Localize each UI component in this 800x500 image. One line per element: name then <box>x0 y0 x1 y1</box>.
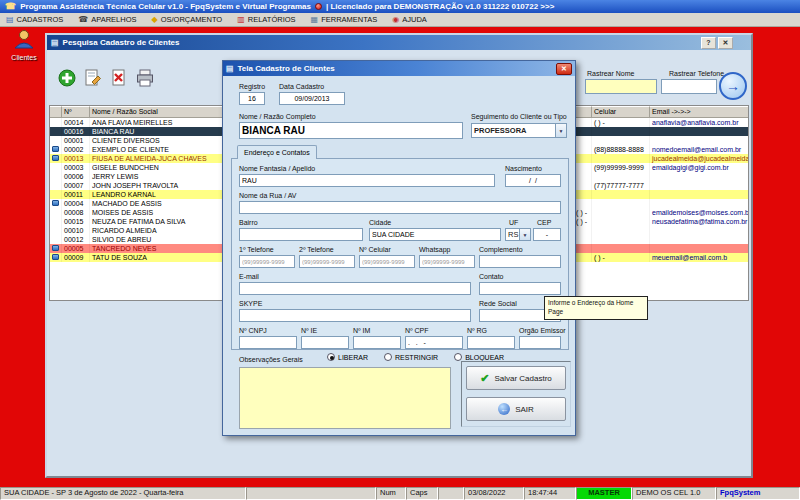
window-close-button[interactable]: ✕ <box>718 37 733 49</box>
radio-circle-icon <box>327 353 335 361</box>
seguimento-select[interactable]: PROFESSORA ▼ <box>471 123 567 138</box>
row-num: 00004 <box>62 199 90 208</box>
menu-cadastros[interactable]: ▤CADASTROS <box>6 15 63 24</box>
rastrear-telefone-input[interactable] <box>661 79 717 94</box>
rua-field[interactable] <box>239 201 561 214</box>
dialog-close-button[interactable]: ✕ <box>556 63 572 75</box>
row-celular <box>592 244 650 253</box>
uf-select[interactable]: RS ▼ <box>505 228 531 241</box>
row-icon-cell <box>50 190 62 199</box>
menu-relat-rios[interactable]: ▥RELATÓRIOS <box>237 15 295 24</box>
column-header[interactable]: Celular <box>592 106 650 118</box>
desktop-shortcut-clientes[interactable]: Clientes <box>4 28 44 61</box>
cadastros-icon: ▤ <box>6 16 14 24</box>
row-email <box>650 190 749 199</box>
celular-field[interactable] <box>359 255 415 268</box>
client-row-icon <box>52 254 59 260</box>
telefone2-field[interactable] <box>299 255 355 268</box>
observacoes-field[interactable] <box>239 367 451 429</box>
status-ins <box>438 487 464 500</box>
salvar-button[interactable]: ✔ Salvar Cadastro <box>466 366 566 390</box>
radio-liberar[interactable]: LIBERAR <box>327 353 368 361</box>
cidade-field[interactable] <box>369 228 501 241</box>
radio-bloquear[interactable]: BLOQUEAR <box>454 353 504 361</box>
cep-field[interactable] <box>533 228 561 241</box>
row-num: 00002 <box>62 145 90 154</box>
delete-record-button[interactable] <box>109 68 129 88</box>
window-help-button[interactable]: ? <box>701 37 716 49</box>
bairro-field[interactable] <box>239 228 363 241</box>
app-titlebar: ☎ Programa Assistência Técnica Celular v… <box>0 0 800 13</box>
row-icon-cell <box>50 199 62 208</box>
ie-label: Nº IE <box>301 327 317 334</box>
window-titlebar: ▤ Pesquisa Cadastro de Clientes ? ✕ <box>47 35 751 50</box>
contato-field[interactable] <box>479 282 561 295</box>
menubar: ▤CADASTROS☎APARELHOS◆OS/ORÇAMENTO▥RELATÓ… <box>0 13 800 27</box>
row-icon-cell <box>50 181 62 190</box>
ie-field[interactable] <box>301 336 349 349</box>
ajuda-icon: ◉ <box>392 16 399 24</box>
menu-ferramentas[interactable]: ▦FERRAMENTAS <box>311 15 378 24</box>
nascimento-field[interactable] <box>505 174 561 187</box>
radio-restringir[interactable]: RESTRINGIR <box>384 353 438 361</box>
chevron-down-icon: ▼ <box>555 124 566 137</box>
go-button[interactable]: → <box>719 72 747 100</box>
relatorios-icon: ▥ <box>237 16 245 24</box>
print-button[interactable] <box>135 68 155 88</box>
row-email <box>650 235 749 244</box>
rg-field[interactable] <box>467 336 515 349</box>
license-text: | Licenciado para DEMONSTRAÇÃO v1.0 3112… <box>326 2 554 11</box>
app-title: Programa Assistência Técnica Celular v1.… <box>20 2 311 11</box>
status-date: 03/08/2022 <box>464 487 524 500</box>
rastrear-nome-label: Rastrear Nome <box>587 70 634 77</box>
cpf-field[interactable] <box>405 336 463 349</box>
registro-field[interactable] <box>239 92 265 105</box>
column-header[interactable]: Email ->->-> <box>650 106 749 118</box>
row-num: 00013 <box>62 154 90 163</box>
skype-field[interactable] <box>239 309 471 322</box>
registro-label: Registro <box>239 83 265 90</box>
menu-ajuda[interactable]: ◉AJUDA <box>392 15 427 24</box>
row-num: 00010 <box>62 226 90 235</box>
column-header[interactable]: Nº <box>62 106 90 118</box>
uf-label: UF <box>509 219 518 226</box>
nome-completo-label: Nome / Razão Completo <box>239 113 316 120</box>
cnpj-label: Nº CNPJ <box>239 327 267 334</box>
nome-completo-field[interactable] <box>239 122 463 139</box>
row-icon-cell <box>50 127 62 136</box>
add-record-button[interactable] <box>57 68 77 88</box>
menu-os-or-amento[interactable]: ◆OS/ORÇAMENTO <box>152 15 223 24</box>
rastrear-nome-input[interactable] <box>585 79 657 94</box>
menu-label: RELATÓRIOS <box>248 15 296 24</box>
check-icon: ✔ <box>480 372 489 385</box>
row-celular <box>592 127 650 136</box>
row-email <box>650 172 749 181</box>
row-email: nomedoemail@email.com.br <box>650 145 749 154</box>
row-celular <box>592 208 650 217</box>
row-icon-cell <box>50 154 62 163</box>
orgao-emissor-field[interactable] <box>519 336 561 349</box>
row-num: 00015 <box>62 217 90 226</box>
menu-label: CADASTROS <box>17 15 64 24</box>
window-title: Pesquisa Cadastro de Clientes <box>63 38 697 47</box>
edit-record-button[interactable] <box>83 68 103 88</box>
im-field[interactable] <box>353 336 401 349</box>
row-celular <box>592 136 650 145</box>
complemento-field[interactable] <box>479 255 561 268</box>
nome-fantasia-field[interactable] <box>239 174 495 187</box>
row-email: jucadealmeida@jucadealmeida.com.b <box>650 154 749 163</box>
rua-label: Nome da Rua / AV <box>239 192 296 199</box>
cnpj-field[interactable] <box>239 336 297 349</box>
column-header[interactable] <box>50 106 62 118</box>
row-email <box>650 127 749 136</box>
sair-button[interactable]: ← SAIR <box>466 397 566 421</box>
celular-label: Nº Celular <box>359 246 391 253</box>
menu-aparelhos[interactable]: ☎APARELHOS <box>78 15 136 24</box>
email-field[interactable] <box>239 282 471 295</box>
tab-endereco-contatos[interactable]: Endereço e Contatos <box>237 145 317 159</box>
desktop: ☎ Programa Assistência Técnica Celular v… <box>0 0 800 500</box>
whatsapp-field[interactable] <box>419 255 475 268</box>
clientes-icon <box>12 28 36 49</box>
data-cadastro-field[interactable] <box>279 92 345 105</box>
telefone1-field[interactable] <box>239 255 295 268</box>
